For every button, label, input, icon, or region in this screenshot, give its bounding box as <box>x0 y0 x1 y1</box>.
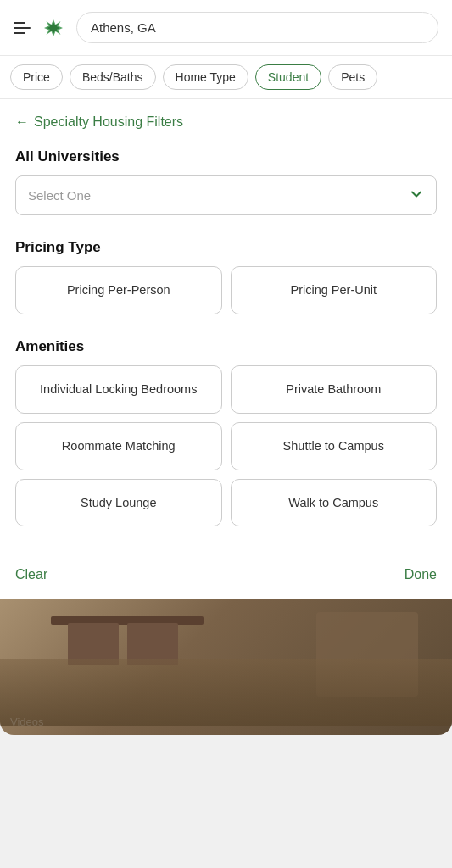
photo-preview-inner: Videos <box>0 599 452 735</box>
done-button[interactable]: Done <box>405 567 437 582</box>
clear-button[interactable]: Clear <box>15 567 47 582</box>
photo-preview: Videos <box>0 599 452 735</box>
universities-section-title: All Universities <box>15 148 437 165</box>
back-link-label: Specialty Housing Filters <box>34 114 183 130</box>
app-logo <box>39 14 68 42</box>
amenity-study-lounge-button[interactable]: Study Lounge <box>15 479 222 527</box>
amenity-individual-locking-button[interactable]: Individual Locking Bedrooms <box>15 365 222 414</box>
search-input[interactable] <box>76 12 438 43</box>
amenity-walk-campus-button[interactable]: Walk to Campus <box>231 479 438 527</box>
pricing-per-unit-button[interactable]: Pricing Per-Unit <box>231 266 438 314</box>
amenities-section: Amenities Individual Locking Bedrooms Pr… <box>15 338 437 527</box>
tab-beds-baths[interactable]: Beds/Baths <box>70 64 156 90</box>
pricing-section-title: Pricing Type <box>15 239 437 256</box>
menu-icon[interactable] <box>14 22 31 34</box>
universities-select[interactable]: Select One University of Georgia Georgia… <box>15 175 437 215</box>
back-arrow-icon: ← <box>15 114 29 130</box>
amenity-roommate-matching-button[interactable]: Roommate Matching <box>15 422 222 470</box>
main-content: ← Specialty Housing Filters All Universi… <box>0 99 452 555</box>
amenities-options-grid: Individual Locking Bedrooms Private Bath… <box>15 365 437 527</box>
tab-price[interactable]: Price <box>10 64 63 90</box>
svg-marker-2 <box>47 22 59 34</box>
amenities-section-title: Amenities <box>15 338 437 355</box>
back-link[interactable]: ← Specialty Housing Filters <box>15 114 437 130</box>
pricing-per-person-button[interactable]: Pricing Per-Person <box>15 266 222 314</box>
tab-pets[interactable]: Pets <box>328 64 377 90</box>
amenity-shuttle-campus-button[interactable]: Shuttle to Campus <box>231 422 438 470</box>
pricing-section: Pricing Type Pricing Per-Person Pricing … <box>15 239 437 314</box>
tab-home-type[interactable]: Home Type <box>163 64 248 90</box>
modal-container: Price Beds/Baths Home Type Student Pets … <box>0 0 452 735</box>
tab-student[interactable]: Student <box>255 64 321 90</box>
amenity-private-bathroom-button[interactable]: Private Bathroom <box>231 365 438 414</box>
header <box>0 0 452 56</box>
bottom-actions: Clear Done <box>0 555 452 599</box>
filter-tabs-bar: Price Beds/Baths Home Type Student Pets <box>0 56 452 99</box>
pricing-options-grid: Pricing Per-Person Pricing Per-Unit <box>15 266 437 314</box>
universities-select-wrapper: Select One University of Georgia Georgia… <box>15 175 437 215</box>
